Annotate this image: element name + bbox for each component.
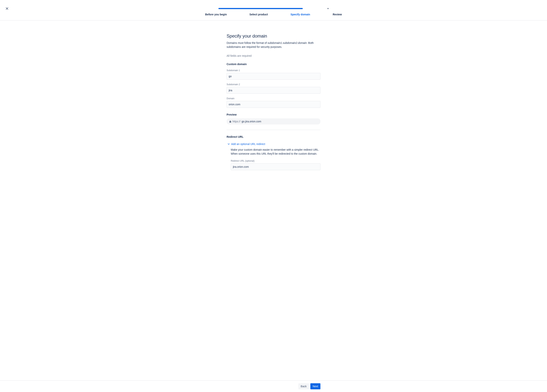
domain-input[interactable] xyxy=(226,101,321,108)
chevron-down-icon xyxy=(228,143,230,145)
step-select-product[interactable]: Select product xyxy=(249,13,268,16)
progress-track xyxy=(219,8,328,9)
required-hint: All fields are required xyxy=(226,54,321,57)
preview-scheme: https:// xyxy=(232,120,240,123)
wizard-header: Before you begin Select product Specify … xyxy=(0,0,547,20)
subdomain1-input[interactable] xyxy=(226,73,321,80)
redirect-title: Redirect URL xyxy=(226,135,321,138)
redirect-expand-label: Add an optional URL redirect xyxy=(231,142,265,146)
domain-label: Domain xyxy=(226,97,321,100)
redirect-expand-content: Make your custom domain easier to rememb… xyxy=(231,148,321,174)
redirect-description: Make your custom domain easier to rememb… xyxy=(231,148,321,156)
step-specify-domain[interactable]: Specify domain xyxy=(290,13,310,16)
step-labels: Before you begin Select product Specify … xyxy=(205,13,342,19)
subdomain1-label: Subdomain 1 xyxy=(226,69,321,72)
step-before-you-begin[interactable]: Before you begin xyxy=(205,13,227,16)
step-review: Review xyxy=(333,13,342,16)
page-description: Domains must follow the format of subdom… xyxy=(226,41,321,49)
subdomain2-input[interactable] xyxy=(226,87,321,94)
preview-box: https://go.jira.orion.com xyxy=(226,118,321,125)
main-content: Specify your domain Domains must follow … xyxy=(226,33,321,174)
preview-title: Preview xyxy=(226,113,321,116)
preview-domain: go.jira.orion.com xyxy=(242,120,261,123)
close-icon xyxy=(5,7,9,10)
desc-format: subdomain1.subdomain2.domain xyxy=(268,41,307,44)
progress-segment-1 xyxy=(219,8,303,9)
redirect-input[interactable] xyxy=(231,163,321,170)
custom-domain-title: Custom domain xyxy=(226,63,321,66)
progress-dot-review xyxy=(328,8,328,9)
desc-prefix: Domains must follow the format of xyxy=(226,41,268,44)
close-button[interactable] xyxy=(5,6,9,12)
lock-icon xyxy=(229,120,231,123)
subdomain2-label: Subdomain 2 xyxy=(226,83,321,86)
redirect-field-label: Redirect URL (optional) xyxy=(231,159,321,162)
page-title: Specify your domain xyxy=(226,33,321,39)
redirect-expand-toggle[interactable]: Add an optional URL redirect xyxy=(228,142,321,146)
stepper: Before you begin Select product Specify … xyxy=(205,4,342,19)
